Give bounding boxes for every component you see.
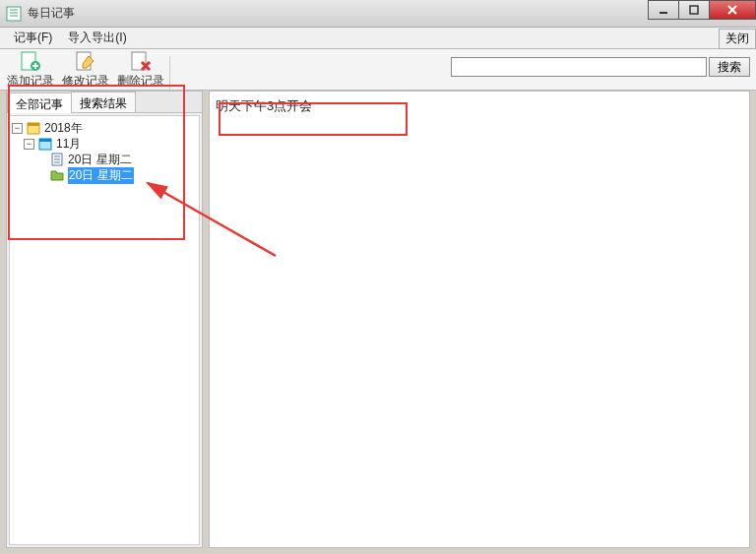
menu-file[interactable]: 记事(F) bbox=[6, 28, 60, 48]
app-icon bbox=[6, 6, 22, 22]
toolbar-divider bbox=[169, 56, 170, 90]
add-record-button[interactable]: 添加记录 bbox=[6, 50, 55, 90]
titlebar: 每日记事 bbox=[0, 0, 756, 28]
tree-entry-label: 20日 星期二 bbox=[68, 167, 134, 184]
tree-entry-node[interactable]: 20日 星期二 bbox=[12, 152, 197, 167]
calendar-month-icon bbox=[37, 137, 53, 151]
tree-entry-label: 20日 星期二 bbox=[68, 152, 132, 168]
close-window-button[interactable] bbox=[709, 0, 756, 20]
expander-icon[interactable]: − bbox=[12, 123, 23, 134]
add-icon bbox=[20, 50, 41, 72]
tree-view[interactable]: − 2018年 − 11月 20日 星期二 bbox=[9, 115, 200, 545]
tree-entry-node[interactable]: 20日 星期二 bbox=[12, 167, 197, 183]
menubar: 记事(F) 导入导出(I) 关闭 bbox=[0, 28, 756, 49]
add-record-label: 添加记录 bbox=[7, 73, 54, 90]
svg-rect-19 bbox=[39, 139, 51, 142]
edit-record-button[interactable]: 修改记录 bbox=[61, 50, 110, 90]
search-button[interactable]: 搜索 bbox=[709, 57, 750, 77]
search-input[interactable] bbox=[451, 57, 707, 77]
calendar-year-icon bbox=[26, 121, 41, 135]
expander-icon[interactable]: − bbox=[24, 139, 34, 150]
svg-rect-17 bbox=[28, 123, 39, 126]
delete-icon bbox=[130, 50, 152, 72]
toolbar: 添加记录 修改记录 删除记录 搜索 bbox=[0, 49, 756, 91]
menu-import-export[interactable]: 导入导出(I) bbox=[60, 28, 134, 48]
window-controls bbox=[649, 0, 756, 20]
delete-record-label: 删除记录 bbox=[117, 73, 164, 90]
tree-year-node[interactable]: − 2018年 bbox=[12, 120, 197, 136]
tree-year-label: 2018年 bbox=[44, 120, 83, 137]
tree-month-node[interactable]: − 11月 bbox=[12, 136, 197, 152]
svg-rect-5 bbox=[690, 6, 698, 14]
svg-rect-0 bbox=[7, 7, 21, 21]
minimize-button[interactable] bbox=[648, 0, 679, 20]
tab-all-notes[interactable]: 全部记事 bbox=[7, 92, 72, 113]
note-body: 明天下午3点开会 bbox=[216, 97, 743, 115]
note-icon bbox=[49, 153, 65, 166]
close-button[interactable]: 关闭 bbox=[719, 29, 756, 49]
note-open-icon bbox=[49, 168, 65, 182]
note-panel[interactable]: 明天下午3点开会 bbox=[209, 91, 750, 548]
tab-search-results[interactable]: 搜索结果 bbox=[71, 92, 136, 112]
maximize-button[interactable] bbox=[678, 0, 710, 20]
edit-icon bbox=[75, 50, 96, 72]
left-panel: 全部记事 搜索结果 − 2018年 − 11月 bbox=[6, 91, 203, 548]
delete-record-button[interactable]: 删除记录 bbox=[116, 50, 165, 90]
left-tabs: 全部记事 搜索结果 bbox=[7, 92, 202, 113]
tree-month-label: 11月 bbox=[56, 136, 81, 153]
edit-record-label: 修改记录 bbox=[62, 73, 109, 90]
window-title: 每日记事 bbox=[28, 5, 75, 22]
